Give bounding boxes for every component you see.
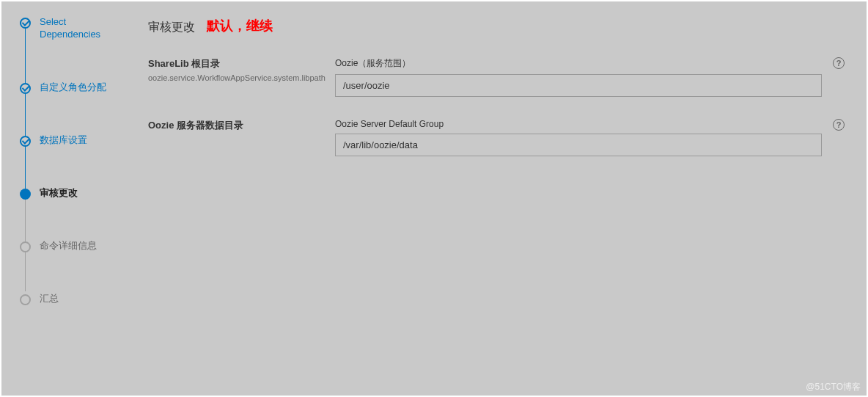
watermark: @51CTO博客 bbox=[806, 381, 861, 393]
sharelib-root-input[interactable] bbox=[335, 74, 822, 97]
config-row-sharelib: ShareLib 根目录 oozie.service.WorkflowAppSe… bbox=[148, 57, 845, 97]
step-custom-role[interactable]: 自定义角色分配 bbox=[20, 81, 137, 94]
step-review-changes[interactable]: 审核更改 bbox=[20, 187, 137, 200]
check-icon bbox=[20, 136, 31, 147]
step-label: 审核更改 bbox=[40, 187, 78, 200]
step-database-settings[interactable]: 数据库设置 bbox=[20, 134, 137, 147]
step-label: 汇总 bbox=[40, 293, 59, 305]
help-icon[interactable]: ? bbox=[833, 119, 845, 131]
config-subtext: oozie.service.WorkflowAppService.system.… bbox=[148, 73, 335, 82]
check-icon bbox=[20, 18, 31, 29]
step-label: 自定义角色分配 bbox=[40, 81, 106, 94]
field-label: Oozie（服务范围） bbox=[335, 57, 822, 70]
page-title: 审核更改 默认，继续 bbox=[148, 20, 845, 35]
config-label: Oozie 服务器数据目录 bbox=[148, 119, 335, 132]
check-icon bbox=[20, 83, 31, 94]
circle-filled-icon bbox=[20, 189, 31, 200]
help-icon[interactable]: ? bbox=[833, 57, 845, 69]
step-select-dependencies[interactable]: Select Dependencies bbox=[20, 16, 137, 41]
step-label: 数据库设置 bbox=[40, 134, 87, 147]
step-label: Select Dependencies bbox=[40, 16, 100, 41]
page-title-text: 审核更改 bbox=[148, 21, 195, 33]
wizard-sidebar: Select Dependencies 自定义角色分配 数据库设置 审核更改 命 bbox=[1, 1, 137, 396]
config-label: ShareLib 根目录 bbox=[148, 57, 335, 70]
field-label: Oozie Server Default Group bbox=[335, 119, 822, 129]
step-command-details[interactable]: 命令详细信息 bbox=[20, 240, 137, 252]
oozie-data-dir-input[interactable] bbox=[335, 134, 822, 156]
annotation-text: 默认，继续 bbox=[207, 17, 273, 34]
content-area: 审核更改 默认，继续 ShareLib 根目录 oozie.service.Wo… bbox=[137, 1, 867, 396]
step-summary[interactable]: 汇总 bbox=[20, 293, 137, 305]
circle-empty-icon bbox=[20, 294, 31, 305]
circle-empty-icon bbox=[20, 241, 31, 252]
config-row-oozie-data: Oozie 服务器数据目录 Oozie Server Default Group… bbox=[148, 119, 845, 156]
step-label: 命令详细信息 bbox=[40, 240, 97, 252]
